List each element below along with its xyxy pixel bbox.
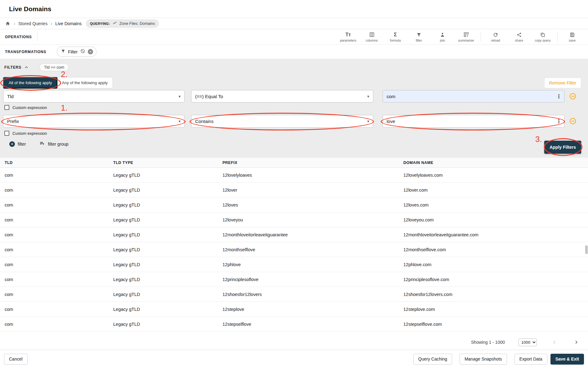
home-icon[interactable] [5, 21, 11, 26]
previous-page-button[interactable] [550, 338, 559, 346]
table-row[interactable]: com Legacy gTLD 12loves 12loves.com [0, 198, 588, 212]
cell-tld: com [5, 247, 113, 252]
custom-expression-checkbox-2[interactable] [4, 131, 9, 136]
cell-tld: com [5, 262, 113, 267]
funnel-icon [61, 49, 65, 55]
field-select-2[interactable]: Prefix ▾ [3, 115, 185, 128]
apply-filters-button[interactable]: Apply Filters [544, 141, 581, 154]
page-size-select[interactable]: 1000 [518, 338, 537, 346]
footer-bar: Cancel Query Caching Manage Snapshots Ex… [0, 350, 588, 368]
caret-down-icon: ▾ [178, 94, 181, 99]
filter-row-2: Prefix ▾ Contains ▾ ⋮ [0, 115, 588, 128]
filters-header: FILTERS Tld == com [4, 63, 69, 71]
copy-icon [540, 32, 545, 38]
cell-prefix: 12lover [222, 188, 403, 193]
save-button[interactable]: save [561, 31, 583, 43]
remove-condition-1-icon[interactable] [570, 93, 576, 99]
all-apply-toggle[interactable]: All of the following apply [3, 77, 57, 89]
cell-prefix: 12lovelyloaves [222, 173, 403, 178]
cell-prefix: 12monthselflove [222, 247, 403, 252]
cell-tld-type: Legacy gTLD [113, 202, 222, 207]
cell-tld: com [5, 188, 113, 193]
collapse-chevron-icon[interactable] [24, 65, 29, 70]
filter-logic-toggle: All of the following apply Any of the fo… [3, 77, 581, 89]
join-icon [440, 32, 445, 38]
kebab-menu-icon[interactable]: ⋮ [555, 94, 562, 99]
scrollbar-thumb[interactable] [585, 245, 588, 254]
join-button[interactable]: join [432, 31, 453, 43]
querying-label: QUERYING: [90, 22, 110, 25]
table-row[interactable]: com Legacy gTLD 12shoesfor12lovers 12sho… [0, 287, 588, 302]
export-data-button[interactable]: Export Data [514, 354, 547, 365]
add-filter-button[interactable]: + filter [9, 141, 26, 147]
summarise-button[interactable]: summarise [455, 31, 477, 43]
reload-button[interactable]: reload [485, 31, 506, 43]
page-title: Live Domains [9, 5, 52, 13]
cell-tld: com [5, 307, 113, 312]
add-filter-group-button[interactable]: filter group [39, 141, 68, 147]
copy-query-button[interactable]: copy query [532, 31, 554, 43]
pagination-bar: Showing 1 - 1000 1000 [0, 332, 588, 350]
value-input-2[interactable] [383, 115, 555, 127]
cell-tld-type: Legacy gTLD [113, 322, 222, 327]
table-row[interactable]: com Legacy gTLD 12monthselflove 12months… [0, 242, 588, 257]
table-row[interactable]: com Legacy gTLD 12steplove 12steplove.co… [0, 302, 588, 317]
save-and-exit-button[interactable]: Save & Exit [550, 354, 584, 365]
table-row[interactable]: com Legacy gTLD 12principlesoflove 12pri… [0, 272, 588, 287]
summarise-icon [463, 32, 469, 38]
cell-prefix: 12principlesoflove [222, 277, 403, 282]
operator-select-1[interactable]: (==) Equal To ▾ [191, 90, 373, 102]
plus-icon: + [9, 141, 15, 147]
caret-down-icon: ▾ [367, 119, 369, 124]
cell-tld: com [5, 173, 113, 178]
table-body: com Legacy gTLD 12lovelyloaves 12lovelyl… [0, 168, 588, 332]
custom-expression-checkbox-1[interactable] [4, 105, 9, 110]
cell-domain-name: 12principlesoflove.com [403, 277, 588, 282]
cell-domain-name: 12lovelyloaves.com [403, 173, 588, 178]
chart-icon [112, 21, 117, 26]
parameters-button[interactable]: Tт parameters [337, 31, 359, 43]
table-row[interactable]: com Legacy gTLD 12phlove 12phlove.com [0, 257, 588, 272]
next-page-button[interactable] [572, 338, 580, 346]
title-bar: Live Domains [0, 0, 588, 18]
table-row[interactable]: com Legacy gTLD 12loveyou 12loveyou.com [0, 212, 588, 227]
cell-prefix: 12stepselflove [222, 322, 403, 327]
formula-button[interactable]: Σ formula [384, 31, 406, 43]
cell-tld-type: Legacy gTLD [113, 262, 222, 267]
kebab-menu-icon[interactable]: ⋮ [555, 119, 562, 124]
remove-filter-button[interactable]: Remove Filter [544, 78, 581, 88]
remove-condition-2-icon[interactable] [570, 118, 576, 124]
transformations-bar: TRANSFORMATIONS Filter ✕ [0, 45, 588, 59]
field-select-1[interactable]: Tld ▾ [3, 90, 185, 102]
table-row[interactable]: com Legacy gTLD 12monthloveitorleaveitgu… [0, 227, 588, 242]
breadcrumb-stored-queries[interactable]: Stored Queries [18, 21, 47, 26]
column-header-tld: TLD [5, 161, 113, 165]
manage-snapshots-button[interactable]: Manage Snapshots [460, 354, 507, 365]
cancel-button[interactable]: Cancel [4, 354, 28, 365]
cell-prefix: 12loves [222, 202, 403, 207]
disable-icon[interactable] [80, 48, 85, 55]
operations-bar: OPERATIONS Tт parameters columns Σ formu… [0, 29, 588, 45]
columns-button[interactable]: columns [361, 31, 383, 43]
column-header-tld-type: TLD TYPE [113, 161, 222, 165]
filter-button[interactable]: filter [408, 31, 430, 43]
querying-value: Zone Files: Domains [119, 21, 155, 26]
cell-domain-name: 12phlove.com [403, 262, 588, 267]
operator-select-2[interactable]: Contains ▾ [191, 115, 373, 128]
remove-chip-icon[interactable]: ✕ [88, 49, 93, 54]
cell-tld: com [5, 292, 113, 297]
any-apply-toggle[interactable]: Any of the following apply [56, 77, 113, 89]
value-input-1[interactable] [383, 90, 555, 102]
filter-transformation-chip[interactable]: Filter ✕ [57, 47, 97, 57]
query-caching-button[interactable]: Query Caching [413, 354, 452, 365]
share-button[interactable]: share [508, 31, 530, 43]
table-row[interactable]: com Legacy gTLD 12lovelyloaves 12lovelyl… [0, 168, 588, 183]
filter-icon [416, 32, 422, 38]
filter-group-icon [39, 141, 45, 147]
operations-tools: Tт parameters columns Σ formula filter j… [337, 31, 583, 43]
table-row[interactable]: com Legacy gTLD 12lover 12lover.com [0, 183, 588, 198]
column-header-domain-name: DOMAIN NAME [403, 161, 588, 165]
toolbar-divider [481, 32, 481, 42]
table-row[interactable]: com Legacy gTLD 12stepselflove 12stepsel… [0, 317, 588, 332]
cell-domain-name: 12lover.com [403, 188, 588, 193]
